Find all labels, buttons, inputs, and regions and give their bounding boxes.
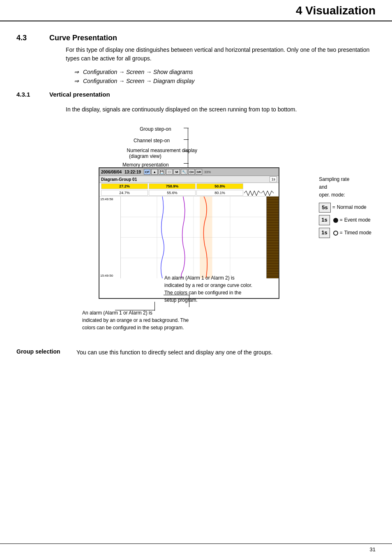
callout-line-2 bbox=[164, 295, 190, 295]
bullet-text-2: Configuration → Screen → Diagram display bbox=[83, 78, 195, 84]
annot-vline-2 bbox=[184, 128, 189, 128]
event-icon bbox=[333, 218, 338, 223]
toolbar-icon-arrow: ▲ bbox=[151, 169, 158, 175]
timestamp-top: 15:49:58 bbox=[100, 197, 120, 201]
annot-vline-1 bbox=[188, 128, 188, 172]
callout-alarm-curve-line1: An alarm (Alarm 1 or Alarm 2) is bbox=[164, 274, 252, 282]
sampling-rate-label: Sampling rate bbox=[319, 176, 371, 183]
annot-vline-3 bbox=[184, 139, 189, 140]
annot-memory-presentation: Memory presentation bbox=[122, 162, 169, 168]
content-area: 4.3 Curve Presentation For this type of … bbox=[0, 21, 392, 373]
toolbar-icon-m: M bbox=[173, 169, 180, 175]
val-1-3: 50.8% bbox=[196, 183, 243, 189]
subsection-heading: Vertical presentation bbox=[49, 91, 110, 98]
screen-chart: 15:49:58 15:49:50 bbox=[99, 196, 279, 278]
toolbar-icon-box: □ bbox=[166, 169, 173, 175]
callout-alarm-bg: An alarm (Alarm 1 or Alarm 2) is indicat… bbox=[82, 309, 189, 331]
toolbar-icon-gr: GR bbox=[196, 169, 202, 175]
chart-main bbox=[121, 197, 266, 278]
values-row-2: 24.7% 55.6% 80.1% bbox=[99, 190, 279, 196]
callout-line-1 bbox=[189, 295, 189, 307]
annot-group-step-on: Group step-on bbox=[140, 126, 171, 132]
normal-mode-row: 5s = Normal mode bbox=[319, 203, 371, 213]
timestamp-bottom: 15:49:50 bbox=[100, 274, 120, 278]
section-4-3: 4.3 Curve Presentation bbox=[16, 30, 376, 42]
toolbar-icon-cf: CF bbox=[144, 169, 150, 175]
group-label: Diagram-Group 01 bbox=[101, 177, 270, 182]
bullet-item-1: ⇒ Configuration → Screen → Show diagrams bbox=[74, 69, 376, 75]
event-mode-badge: 1s bbox=[319, 215, 330, 225]
toolbar-icon-floppy: 💾 bbox=[159, 169, 165, 175]
val-1-1: 27.2% bbox=[101, 183, 148, 189]
bottom-group-selection: Group selection You can use this functio… bbox=[16, 348, 376, 357]
callout-line-3 bbox=[154, 302, 155, 311]
chart-svg bbox=[121, 197, 266, 278]
oper-mode-and: and bbox=[319, 183, 371, 191]
subsection-intro: In the display, signals are continuously… bbox=[66, 105, 376, 114]
annot-vline-5 bbox=[184, 163, 189, 164]
equals-3: = bbox=[340, 229, 343, 237]
equals-1: = bbox=[332, 204, 335, 211]
toolbar-icon-wrench: 🔧 bbox=[181, 169, 187, 175]
callout-alarm-curve-line3: The colors can be configured in the bbox=[164, 289, 252, 296]
group-time: 1s bbox=[270, 176, 277, 182]
page-header: 4 Visualization bbox=[0, 0, 392, 21]
toolbar-icon-ch: CH bbox=[188, 169, 195, 175]
equals-2: = bbox=[340, 216, 343, 224]
screen-group-row: Diagram-Group 01 1s bbox=[99, 176, 279, 183]
page-container: 4 Visualization 4.3 Curve Presentation F… bbox=[0, 0, 392, 555]
val-2-2: 55.6% bbox=[149, 190, 196, 196]
section-number: 4.3 bbox=[16, 34, 49, 42]
callout-alarm-bg-line3: colors can be configured in the setup pr… bbox=[82, 324, 189, 331]
subsection-number: 4.3.1 bbox=[16, 91, 49, 98]
section-4-3-1-header: 4.3.1 Vertical presentation bbox=[16, 91, 376, 102]
oper-mode-label: oper. mode: bbox=[319, 191, 371, 199]
annot-diagram-view: (diagram view) bbox=[129, 153, 161, 159]
section-intro: For this type of display one distinguish… bbox=[66, 46, 376, 63]
screen-icons: CF ▲ 💾 □ M 🔧 CH GR bbox=[144, 169, 202, 175]
screen-time: 13:22:19 bbox=[125, 170, 141, 174]
section-heading: Curve Presentation bbox=[49, 34, 117, 42]
page-number: 31 bbox=[370, 546, 376, 553]
event-mode-row: 1s = Event mode bbox=[319, 215, 371, 225]
val-2-3: 80.1% bbox=[196, 190, 243, 196]
arrow-icon-2: ⇒ bbox=[74, 78, 79, 84]
screen-date: 2006/08/04 bbox=[101, 170, 122, 174]
wave-icons bbox=[244, 190, 277, 197]
callout-line-4 bbox=[115, 310, 154, 310]
group-selection-label: Group selection bbox=[16, 348, 70, 355]
timed-mode-row: 1s = Timed mode bbox=[319, 228, 371, 238]
arrow-icon-1: ⇒ bbox=[74, 69, 79, 75]
callout-alarm-curve: An alarm (Alarm 1 or Alarm 2) is indicat… bbox=[164, 274, 252, 304]
val-1-2: 758.9% bbox=[149, 183, 196, 189]
values-row-1: 27.2% 758.9% 50.8% bbox=[99, 183, 279, 190]
val-2-1: 24.7% bbox=[101, 190, 148, 196]
toolbar-pct: 33% bbox=[204, 170, 211, 174]
timed-icon bbox=[333, 231, 338, 236]
page-footer: 31 bbox=[0, 543, 392, 555]
bullet-item-2: ⇒ Configuration → Screen → Diagram displ… bbox=[74, 78, 376, 84]
callout-alarm-curve-line2: indicated by a red or orange curve color… bbox=[164, 282, 252, 289]
annot-channel-step-on: Channel step-on bbox=[134, 138, 170, 143]
callout-alarm-bg-line2: indicated by an orange or a red backgrou… bbox=[82, 317, 189, 324]
timed-mode-label: Timed mode bbox=[344, 229, 371, 237]
event-mode-label: Event mode bbox=[344, 216, 371, 224]
diagram-section: Group step-on Channel step-on Numerical … bbox=[33, 122, 376, 336]
normal-mode-label: Normal mode bbox=[337, 204, 367, 211]
group-selection-text: You can use this function to directly se… bbox=[76, 348, 272, 357]
bullet-list: ⇒ Configuration → Screen → Show diagrams… bbox=[74, 69, 376, 84]
chart-timestamps: 15:49:58 15:49:50 bbox=[99, 197, 121, 278]
page-title: 4 Visualization bbox=[296, 4, 376, 17]
annot-numerical-display: Numerical measurement display bbox=[115, 148, 197, 153]
screen-toolbar: 2006/08/04 13:22:19 CF ▲ 💾 □ M 🔧 CH GR 3… bbox=[99, 168, 279, 176]
bullet-text-1: Configuration → Screen → Show diagrams bbox=[83, 69, 193, 75]
svg-rect-6 bbox=[200, 197, 212, 278]
annot-vline-4 bbox=[184, 151, 189, 151]
chart-right-bar bbox=[266, 197, 279, 278]
normal-mode-badge: 5s bbox=[319, 203, 330, 213]
sampling-section: Sampling rate and oper. mode: 5s = Norma… bbox=[319, 176, 371, 240]
callout-alarm-curve-line4: setup program. bbox=[164, 296, 252, 304]
timed-mode-badge: 1s bbox=[319, 228, 330, 238]
